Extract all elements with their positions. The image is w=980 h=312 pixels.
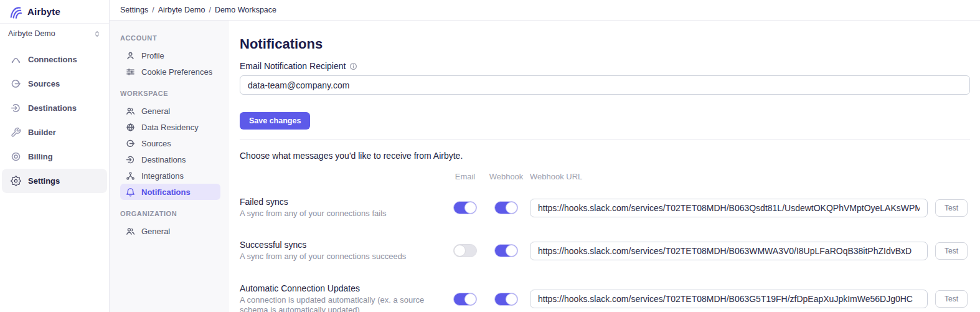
connections-icon: [10, 54, 21, 65]
table-row-successful-syncs: Successful syncs A sync from any of your…: [240, 229, 445, 272]
table-row-failed-syncs: Failed syncs A sync from any of your con…: [240, 186, 445, 229]
workspace-selector-label: Airbyte Demo: [8, 29, 55, 38]
failed-syncs-email-toggle[interactable]: [453, 201, 477, 214]
source-icon: [10, 78, 21, 89]
email-recipient-input[interactable]: [240, 75, 970, 95]
settings-section-account: ACCOUNT Profile Cookie Preferences: [120, 34, 220, 80]
column-spacer: [935, 177, 970, 182]
settings-item-label: Cookie Preferences: [141, 67, 212, 77]
sidebar-item-billing[interactable]: Billing: [2, 144, 107, 169]
row-subtitle: A connection is updated automatically (e…: [240, 295, 445, 312]
breadcrumb-separator: /: [209, 6, 210, 14]
sidebar-item-label: Connections: [28, 55, 77, 64]
settings-item-data-residency[interactable]: Data Residency: [120, 119, 220, 135]
connection-updates-webhook-toggle[interactable]: [494, 293, 518, 306]
settings-item-label: Destinations: [141, 155, 186, 164]
breadcrumb-current[interactable]: Demo Workspace: [215, 6, 276, 14]
failed-syncs-webhook-toggle[interactable]: [494, 201, 518, 214]
settings-item-cookie-preferences[interactable]: Cookie Preferences: [120, 64, 220, 80]
sidebar-item-builder[interactable]: Builder: [2, 120, 107, 144]
brand-name: Airbyte: [27, 6, 60, 17]
sidebar-item-connections[interactable]: Connections: [2, 47, 107, 72]
divider: [240, 139, 970, 140]
email-recipient-label: Email Notification Recipient: [240, 61, 346, 71]
sidebar-item-destinations[interactable]: Destinations: [2, 96, 107, 120]
sidebar-item-label: Sources: [28, 79, 60, 88]
settings-item-general[interactable]: General: [120, 103, 220, 119]
settings-item-org-general[interactable]: General: [120, 223, 220, 239]
destination-icon: [126, 155, 135, 164]
connection-updates-email-toggle[interactable]: [453, 293, 477, 306]
toggle-knob: [506, 245, 517, 257]
airbyte-logo-icon: [8, 4, 23, 19]
settings-item-label: Notifications: [141, 187, 191, 197]
settings-item-notifications[interactable]: Notifications: [120, 184, 220, 200]
row-title: Failed syncs: [240, 197, 445, 207]
info-icon[interactable]: [349, 62, 357, 70]
successful-syncs-test-button[interactable]: Test: [935, 242, 968, 260]
successful-syncs-webhook-url-input[interactable]: [530, 242, 928, 260]
settings-nav: ACCOUNT Profile Cookie Preferences WORKS…: [110, 21, 229, 312]
settings-item-profile[interactable]: Profile: [120, 47, 220, 64]
settings-item-label: Data Residency: [141, 123, 199, 132]
breadcrumb-settings[interactable]: Settings: [120, 6, 148, 14]
sidebar-item-label: Billing: [28, 152, 53, 161]
failed-syncs-webhook-url-input[interactable]: [530, 199, 928, 217]
notifications-description: Choose what messages you'd like to recei…: [240, 151, 970, 161]
integrations-icon: [126, 171, 135, 181]
settings-section-workspace: WORKSPACE General Data Residency Sources: [120, 90, 220, 200]
sidebar-item-settings[interactable]: Settings: [2, 169, 107, 193]
row-subtitle: A sync from any of your connections succ…: [240, 252, 445, 262]
sidebar-item-label: Builder: [28, 128, 56, 137]
row-subtitle: A sync from any of your connections fail…: [240, 209, 445, 219]
notifications-table: Email Webhook Webhook URL Failed syncs A…: [240, 172, 970, 312]
successful-syncs-webhook-toggle[interactable]: [494, 244, 518, 257]
connection-updates-test-button[interactable]: Test: [935, 290, 968, 308]
section-title: ORGANIZATION: [120, 210, 220, 217]
save-changes-button[interactable]: Save changes: [240, 112, 310, 130]
settings-item-sources[interactable]: Sources: [120, 135, 220, 151]
chevron-updown-icon: [93, 30, 101, 38]
notifications-page: Notifications Email Notification Recipie…: [229, 21, 980, 312]
workspace-selector[interactable]: Airbyte Demo: [0, 24, 109, 44]
main-nav: Connections Sources Destinations Builder: [0, 47, 109, 193]
successful-syncs-email-toggle[interactable]: [453, 244, 477, 257]
failed-syncs-test-button[interactable]: Test: [935, 199, 968, 217]
sidebar-item-label: Settings: [28, 176, 60, 186]
breadcrumb: Settings / Airbyte Demo / Demo Workspace: [110, 0, 980, 21]
toggle-knob: [464, 202, 476, 214]
sidebar-item-label: Destinations: [28, 103, 77, 113]
breadcrumb-separator: /: [152, 6, 154, 14]
sliders-icon: [126, 67, 135, 77]
table-row-automatic-connection-updates: Automatic Connection Updates A connectio…: [240, 273, 445, 312]
row-title: Automatic Connection Updates: [240, 283, 445, 293]
user-icon: [126, 51, 135, 60]
settings-item-label: Profile: [141, 51, 164, 60]
toggle-knob: [454, 245, 466, 257]
airbyte-logo[interactable]: Airbyte: [0, 0, 109, 24]
sidebar-item-sources[interactable]: Sources: [2, 72, 107, 96]
globe-icon: [126, 123, 135, 132]
wrench-icon: [10, 127, 21, 138]
coin-icon: [10, 151, 21, 162]
column-header-email: Email: [445, 172, 485, 186]
toggle-knob: [464, 293, 476, 305]
section-title: ACCOUNT: [120, 34, 220, 42]
users-icon: [126, 227, 135, 236]
settings-item-integrations[interactable]: Integrations: [120, 168, 220, 184]
settings-item-label: Integrations: [141, 171, 184, 181]
connection-updates-webhook-url-input[interactable]: [530, 290, 928, 308]
column-header-webhook: Webhook: [485, 172, 527, 186]
destination-icon: [10, 103, 21, 113]
bell-icon: [126, 187, 135, 197]
settings-item-label: Sources: [141, 139, 171, 148]
toggle-knob: [506, 293, 517, 305]
settings-item-label: General: [141, 227, 170, 236]
column-spacer: [240, 177, 445, 182]
settings-item-destinations[interactable]: Destinations: [120, 151, 220, 168]
source-icon: [126, 139, 135, 148]
breadcrumb-workspace[interactable]: Airbyte Demo: [158, 6, 205, 14]
settings-item-label: General: [141, 106, 170, 116]
settings-section-organization: ORGANIZATION General: [120, 210, 220, 239]
section-title: WORKSPACE: [120, 90, 220, 97]
